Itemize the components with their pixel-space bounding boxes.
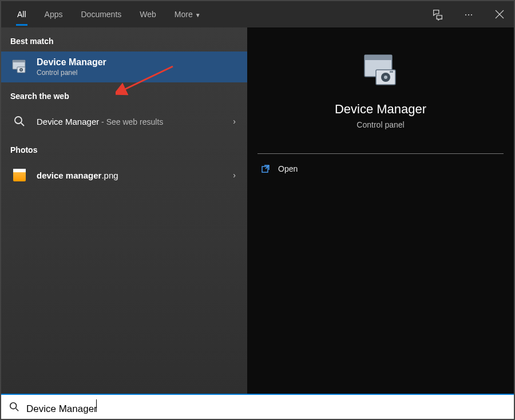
best-match-header: Best match [1, 27, 247, 51]
preview-subtitle: Control panel [259, 120, 502, 129]
topbar-right: ··· [429, 1, 508, 27]
tab-documents[interactable]: Documents [72, 3, 130, 26]
topbar: All Apps Documents Web More▼ ··· [1, 1, 514, 27]
content-area: Best match Device Manager Control panel … [1, 27, 514, 394]
tab-more[interactable]: More▼ [165, 3, 210, 26]
photo-result-name: device manager [37, 171, 101, 180]
web-result-text: Device Manager - See web results [37, 117, 163, 126]
best-match-text: Device Manager Control panel [37, 57, 106, 77]
chevron-right-icon: › [233, 171, 236, 180]
device-manager-large-icon [360, 50, 401, 92]
device-manager-icon [10, 58, 29, 76]
preview-title: Device Manager [259, 102, 502, 117]
preview-pane: Device Manager Control panel Open [247, 27, 514, 394]
svg-line-8 [21, 123, 24, 126]
open-icon [261, 164, 270, 173]
web-result-suffix: - See web results [99, 117, 163, 126]
best-match-subtitle: Control panel [37, 69, 106, 77]
search-web-header: Search the web [1, 82, 247, 106]
tab-more-label: More [175, 10, 193, 19]
open-action[interactable]: Open [247, 154, 514, 184]
photo-result-text: device manager.png [37, 171, 118, 180]
svg-rect-15 [390, 71, 393, 73]
preview-header: Device Manager Control panel [247, 45, 514, 146]
photo-result[interactable]: device manager.png › [1, 160, 247, 190]
photo-result-ext: .png [101, 171, 118, 180]
web-result-query: Device Manager [37, 117, 99, 126]
more-options-icon[interactable]: ··· [460, 3, 477, 26]
svg-rect-3 [13, 60, 25, 62]
search-bar[interactable]: Device Manager [1, 394, 514, 419]
image-thumbnail-icon [10, 166, 29, 184]
search-icon [10, 112, 29, 130]
photos-header: Photos [1, 136, 247, 160]
search-icon [9, 402, 19, 412]
chevron-right-icon: › [233, 117, 236, 126]
best-match-result[interactable]: Device Manager Control panel [1, 51, 247, 82]
svg-line-17 [266, 165, 269, 169]
search-input[interactable]: Device Manager [26, 399, 506, 415]
best-match-title: Device Manager [37, 57, 106, 68]
close-icon[interactable] [491, 3, 508, 26]
svg-point-14 [384, 76, 387, 79]
web-result[interactable]: Device Manager - See web results › [1, 106, 247, 136]
feedback-icon[interactable] [429, 3, 446, 26]
svg-point-7 [15, 117, 22, 124]
svg-point-18 [10, 403, 17, 409]
tab-apps[interactable]: Apps [35, 3, 72, 26]
search-scope-tabs: All Apps Documents Web More▼ [8, 3, 210, 26]
svg-rect-11 [365, 55, 392, 60]
tab-web[interactable]: Web [130, 3, 165, 26]
open-label: Open [278, 164, 298, 173]
results-pane: Best match Device Manager Control panel … [1, 27, 247, 394]
search-input-value: Device Manager [26, 403, 97, 414]
tab-all[interactable]: All [8, 3, 35, 26]
chevron-down-icon: ▼ [195, 12, 201, 18]
text-cursor [96, 399, 97, 412]
svg-line-19 [16, 409, 19, 411]
svg-point-6 [21, 69, 22, 70]
